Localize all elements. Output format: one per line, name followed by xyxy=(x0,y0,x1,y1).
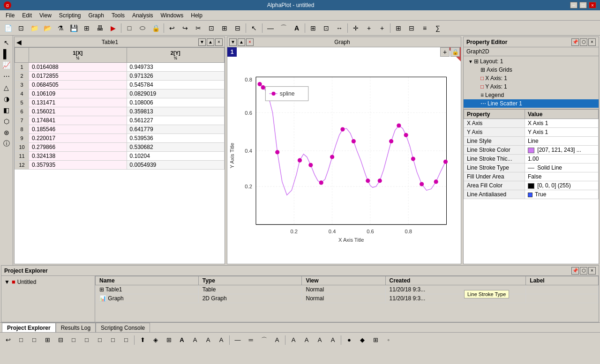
maximize-button[interactable]: □ xyxy=(579,2,587,8)
sidebar-icon-pie[interactable]: ◑ xyxy=(1,94,12,104)
table-dropdown-btn[interactable]: ▼ xyxy=(198,38,206,46)
bt-sq2[interactable]: □ xyxy=(28,334,40,346)
bt-sq4[interactable]: □ xyxy=(81,334,93,346)
table-btn[interactable]: ⊞ xyxy=(392,22,405,34)
zoom-fit[interactable]: ⊡ xyxy=(320,22,332,34)
cell-y[interactable]: 0.0829019 xyxy=(127,89,225,98)
filter-button[interactable]: ⚗ xyxy=(54,22,67,34)
cursor-button[interactable]: ↖ xyxy=(248,22,260,34)
sidebar-icon-scatter[interactable]: ⋯ xyxy=(1,71,12,82)
bt-sphere[interactable]: ● xyxy=(343,334,355,346)
cell-x[interactable]: 0.106109 xyxy=(29,89,127,98)
bt-sq5[interactable]: □ xyxy=(94,334,106,346)
table-collapse-btn[interactable]: ◀ xyxy=(16,38,22,46)
bt-a3[interactable]: A xyxy=(202,334,214,346)
bt-line[interactable]: — xyxy=(232,334,244,346)
file-col-name[interactable]: Name xyxy=(96,276,199,285)
bt-a6[interactable]: A xyxy=(287,334,300,346)
cell-y[interactable]: 0.10204 xyxy=(127,152,225,161)
paste-button[interactable]: ⊞ xyxy=(218,22,231,34)
save-button[interactable]: 💾 xyxy=(68,22,80,34)
cell-y[interactable]: 0.641779 xyxy=(127,125,225,134)
open-button[interactable]: 📁 xyxy=(28,22,40,34)
bt-diamond2[interactable]: ◆ xyxy=(356,334,368,346)
bt-a9[interactable]: A xyxy=(327,334,339,346)
cell-y[interactable]: 0.561227 xyxy=(127,116,225,125)
cell-y[interactable]: 0.539536 xyxy=(127,134,225,143)
bt-undo[interactable]: ↩ xyxy=(2,334,14,346)
add-btn[interactable]: + xyxy=(363,22,375,34)
col-x-header[interactable]: 1[X] ½ xyxy=(29,48,127,63)
stats-btn[interactable]: ≡ xyxy=(419,22,431,34)
bt-sq6[interactable]: □ xyxy=(107,334,119,346)
ellipse-select[interactable]: ⬭ xyxy=(136,22,149,34)
sidebar-icon-info[interactable]: ⓘ xyxy=(1,139,12,149)
graph-close-btn[interactable]: × xyxy=(246,38,254,46)
cell-x[interactable]: 0.0172855 xyxy=(29,72,127,81)
zoom-out[interactable]: ↔ xyxy=(333,22,345,34)
cell-x[interactable]: 0.131471 xyxy=(29,98,127,107)
plus-btn[interactable]: + xyxy=(376,22,388,34)
property-table-container[interactable]: Property Value X Axis X Axis 1 Y Axis Y … xyxy=(464,109,599,264)
bt-grid[interactable]: ⊞ xyxy=(41,334,53,346)
undo-button[interactable]: ↩ xyxy=(166,22,178,34)
sidebar-icon-3d[interactable]: ⬡ xyxy=(1,116,12,126)
cell-x[interactable]: 0.324138 xyxy=(29,152,127,161)
saveas-button[interactable]: ⊞ xyxy=(81,22,93,34)
sum-btn[interactable]: ∑ xyxy=(432,22,444,34)
bt-a2[interactable]: A xyxy=(189,334,201,346)
sidebar-icon-line[interactable]: 📈 xyxy=(1,60,12,70)
cell-x[interactable]: 0.220017 xyxy=(29,134,127,143)
bt-diamond[interactable]: ◈ xyxy=(150,334,162,346)
graph-add-btn[interactable]: + xyxy=(440,47,450,57)
graph-lock-btn[interactable]: 🔒 xyxy=(450,47,460,57)
tree-axis-grids[interactable]: ⊞ Axis Grids xyxy=(464,66,599,74)
bt-a5[interactable]: A xyxy=(271,334,283,346)
file-col-view[interactable]: View xyxy=(302,276,385,285)
cell-x[interactable]: 0.156021 xyxy=(29,107,127,116)
new-button[interactable]: 📄 xyxy=(2,22,14,34)
cell-y[interactable]: 0.0054939 xyxy=(127,161,225,170)
bt-a1[interactable]: A xyxy=(176,334,188,346)
table-up-btn[interactable]: ▲ xyxy=(207,38,214,46)
copy-button[interactable]: ⊡ xyxy=(205,22,218,34)
cell-y[interactable]: 0.545784 xyxy=(127,81,225,89)
matrix-btn[interactable]: ⊟ xyxy=(405,22,418,34)
file-name[interactable]: ⊞ Table1 xyxy=(96,285,199,294)
graph-svg[interactable]: 0.2 0.4 0.6 0.8 0.2 0.4 0.6 0.8 Y Axis T… xyxy=(227,47,461,264)
lock-btn[interactable]: 🔒 xyxy=(150,22,162,34)
cell-y[interactable]: 0.949733 xyxy=(127,63,225,72)
prop-areafill-value[interactable]: [0, 0, 0] (255) xyxy=(525,181,599,190)
prop-strokethick-value[interactable]: 1.00 xyxy=(525,155,599,163)
tab-results-log[interactable]: Results Log xyxy=(56,323,96,332)
bt-curve[interactable]: ⌒ xyxy=(258,334,270,346)
cell-x[interactable]: 0.357935 xyxy=(29,161,127,170)
tree-yaxis[interactable]: □ Y Axis: 1 xyxy=(464,82,599,91)
minimize-button[interactable]: − xyxy=(570,2,578,8)
prop-stroketype-value[interactable]: Solid Line xyxy=(525,163,599,172)
project-pin-btn[interactable]: 📌 xyxy=(571,267,579,275)
dup-button[interactable]: ⊡ xyxy=(15,22,27,34)
tree-linescatter[interactable]: ⋯ Line Scatter 1 xyxy=(464,99,599,108)
sidebar-icon-area[interactable]: △ xyxy=(1,82,12,93)
tree-legend[interactable]: ≡ Legend xyxy=(464,91,599,99)
sidebar-icon-arrow[interactable]: ↖ xyxy=(1,37,12,48)
bt-sq[interactable]: □ xyxy=(15,334,27,346)
print-button[interactable]: 🖶 xyxy=(94,22,106,34)
menu-file[interactable]: File xyxy=(2,11,18,20)
sidebar-icon-bar[interactable]: ▌ xyxy=(1,49,12,59)
bt-a7[interactable]: A xyxy=(300,334,313,346)
prop-pin-btn[interactable]: 📌 xyxy=(571,38,579,46)
project-root-item[interactable]: ▼ ■ Untitled xyxy=(3,278,93,286)
col-y-header[interactable]: 2[Y] ½ xyxy=(127,48,225,63)
cross-btn[interactable]: ✛ xyxy=(350,22,362,34)
prop-close-btn[interactable]: × xyxy=(588,38,596,46)
menu-scripting[interactable]: Scripting xyxy=(55,11,85,20)
menu-graph[interactable]: Graph xyxy=(85,11,108,20)
graph-content[interactable]: 1 + 🔒 xyxy=(227,47,461,264)
file-col-label[interactable]: Label xyxy=(526,276,599,285)
rect-select[interactable]: □ xyxy=(123,22,135,34)
text-tool[interactable]: A xyxy=(291,22,303,34)
redo-button[interactable]: ↪ xyxy=(179,22,191,34)
cell-x[interactable]: 0.185546 xyxy=(29,125,127,134)
